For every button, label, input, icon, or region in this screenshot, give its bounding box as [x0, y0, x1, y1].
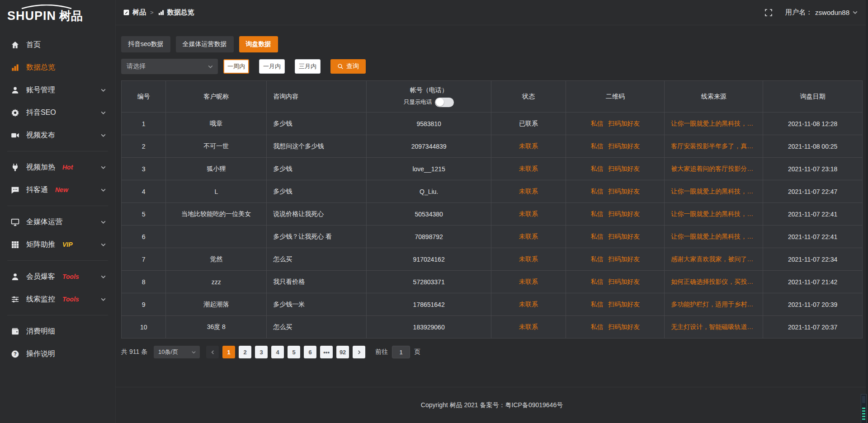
lead-source-link[interactable]: 客厅安装投影半年多了，真实...: [665, 135, 763, 158]
private-message-link[interactable]: 私信: [590, 278, 603, 285]
chevron-down-icon: [100, 132, 106, 138]
sidebar-item[interactable]: 数据总览: [0, 56, 115, 79]
sidebar-item-label: 视频发布: [26, 131, 55, 140]
lead-source-link[interactable]: 让你一眼就爱上的黑科技，能...: [665, 203, 763, 226]
private-message-link[interactable]: 私信: [590, 323, 603, 330]
nickname-cell: 狐小狸: [166, 158, 267, 180]
private-message-link[interactable]: 私信: [590, 165, 603, 172]
lead-source-link[interactable]: 如何正确选择投影仪，买投影...: [665, 271, 763, 293]
fullscreen-icon[interactable]: [764, 9, 773, 17]
scan-add-friend-link[interactable]: 扫码加好友: [608, 165, 640, 172]
scan-add-friend-link[interactable]: 扫码加好友: [608, 188, 640, 195]
page-number-button[interactable]: 4: [271, 346, 284, 358]
data-tab[interactable]: 抖音seo数据: [121, 36, 170, 52]
status-cell: 未联系: [491, 226, 566, 248]
sidebar-item[interactable]: 账号管理: [0, 79, 115, 101]
chevron-down-icon: [191, 350, 196, 355]
status-cell: 未联系: [491, 293, 566, 316]
inquiry-date-cell: 2021-11-07 23:18: [763, 158, 863, 180]
scan-add-friend-link[interactable]: 扫码加好友: [608, 301, 640, 308]
col-header-nickname: 客户昵称: [166, 81, 267, 113]
sidebar-item[interactable]: 抖客通 New: [0, 179, 115, 201]
period-button[interactable]: 一月内: [259, 59, 285, 74]
private-message-link[interactable]: 私信: [590, 210, 603, 217]
bar-chart-icon: [158, 9, 165, 16]
inquiry-date-cell: 2021-11-07 22:41: [763, 226, 863, 248]
scan-add-friend-link[interactable]: 扫码加好友: [608, 233, 640, 240]
breadcrumb-current: 数据总览: [158, 8, 194, 17]
page-number-button[interactable]: 3: [255, 346, 268, 358]
private-message-link[interactable]: 私信: [590, 233, 603, 240]
sidebar-item-label: 会员爆客: [26, 272, 55, 282]
row-id-cell: 6: [122, 226, 166, 248]
sidebar-item[interactable]: 消费明细: [0, 320, 115, 343]
chat-widget[interactable]: [861, 394, 867, 423]
lead-source-link[interactable]: 感谢大家喜欢我家，被问了好...: [665, 248, 763, 271]
lead-source-link[interactable]: 被大家追着问的客厅投影分享...: [665, 158, 763, 180]
sidebar-item[interactable]: 抖音SEO: [0, 101, 115, 124]
col-header-status: 状态: [491, 81, 566, 113]
period-button[interactable]: 一周内: [223, 59, 249, 74]
breadcrumb-home[interactable]: 树品: [123, 8, 146, 17]
logo-text-en: SHUPIN: [7, 9, 56, 24]
gear-icon: [11, 108, 19, 117]
page-number-button[interactable]: 1: [222, 346, 235, 358]
lead-source-link[interactable]: 多功能护栏灯，适用于乡村文...: [665, 293, 763, 316]
sidebar-item[interactable]: ? 操作说明: [0, 343, 115, 365]
scan-add-friend-link[interactable]: 扫码加好友: [608, 323, 640, 330]
inquiry-cell: 多少钱: [267, 113, 367, 135]
sidebar-item[interactable]: 视频发布: [0, 124, 115, 146]
lead-source-link[interactable]: 让你一眼就爱上的黑科技，能...: [665, 180, 763, 203]
page-number-button[interactable]: 5: [288, 346, 300, 358]
scan-add-friend-link[interactable]: 扫码加好友: [608, 120, 640, 127]
sidebar-item[interactable]: 矩阵助推 VIP: [0, 233, 115, 256]
lead-source-link[interactable]: 让你一眼就爱上的黑科技，能...: [665, 226, 763, 248]
sidebar-item[interactable]: 全媒体运营: [0, 211, 115, 233]
prev-page-button[interactable]: [206, 346, 219, 358]
chevron-down-icon: [100, 87, 106, 93]
scan-add-friend-link[interactable]: 扫码加好友: [608, 278, 640, 285]
status-cell: 未联系: [491, 158, 566, 180]
inquiry-cell: 怎么买: [267, 316, 367, 338]
period-button[interactable]: 三月内: [295, 59, 321, 74]
status-cell: 已联系: [491, 113, 566, 135]
lead-source-link[interactable]: 让你一眼就爱上的黑科技，能...: [665, 113, 763, 135]
account-cell: 183929060: [367, 316, 491, 338]
private-message-link[interactable]: 私信: [590, 142, 603, 150]
page-number-button[interactable]: 2: [239, 346, 251, 358]
total-count: 共 911 条: [121, 348, 147, 356]
private-message-link[interactable]: 私信: [590, 188, 603, 195]
inquiry-cell: 我只看价格: [267, 271, 367, 293]
next-page-button[interactable]: [353, 346, 365, 358]
user-dropdown[interactable]: 用户名：zswodun88: [785, 8, 858, 17]
filter-select[interactable]: 请选择: [121, 59, 218, 74]
lead-source-link[interactable]: 无主灯设计，智能磁吸轨道灯...: [665, 316, 763, 338]
account-cell: love__1215: [367, 158, 491, 180]
data-tab[interactable]: 询盘数据: [239, 36, 278, 52]
phone-only-toggle[interactable]: [435, 98, 454, 107]
sidebar-item[interactable]: 线索监控 Tools: [0, 288, 115, 310]
scrollbar-track[interactable]: [866, 0, 868, 423]
page-number-button[interactable]: 92: [336, 346, 349, 358]
account-cell: 2097344839: [367, 135, 491, 158]
page-number-button[interactable]: 6: [304, 346, 316, 358]
nickname-cell: 潮起潮落: [166, 293, 267, 316]
page-number-button[interactable]: •••: [320, 346, 333, 358]
data-tab[interactable]: 全媒体运营数据: [176, 36, 234, 52]
private-message-link[interactable]: 私信: [590, 255, 603, 263]
inquiry-date-cell: 2021-11-07 20:39: [763, 293, 863, 316]
chat-widget-stripes: [862, 408, 865, 421]
private-message-link[interactable]: 私信: [590, 301, 603, 308]
search-button[interactable]: 查询: [330, 59, 366, 74]
page-size-select[interactable]: 10条/页: [154, 346, 200, 358]
goto-page-input[interactable]: [392, 346, 410, 358]
scan-add-friend-link[interactable]: 扫码加好友: [608, 210, 640, 217]
sidebar-item[interactable]: 首页: [0, 33, 115, 56]
sidebar-item[interactable]: 会员爆客 Tools: [0, 265, 115, 288]
inquiry-cell: 多少钱: [267, 180, 367, 203]
sidebar-item-badge: New: [55, 186, 68, 193]
private-message-link[interactable]: 私信: [590, 120, 603, 127]
scan-add-friend-link[interactable]: 扫码加好友: [608, 255, 640, 263]
scan-add-friend-link[interactable]: 扫码加好友: [608, 142, 640, 150]
sidebar-item[interactable]: 视频加热 Hot: [0, 156, 115, 179]
